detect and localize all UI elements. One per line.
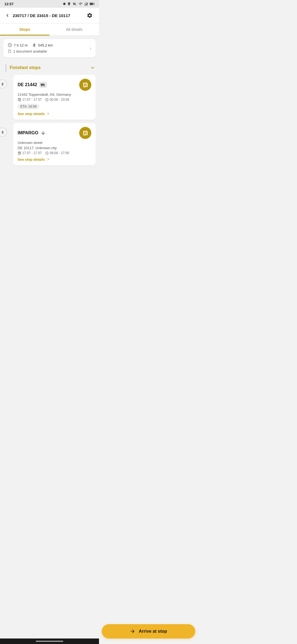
stop-3-map-button[interactable] <box>79 127 91 139</box>
status-dot <box>63 3 65 5</box>
time-icon <box>45 98 49 102</box>
stop-3-address2: DE 10117, Unknown city <box>18 146 91 150</box>
section-title: Finished stops <box>10 65 87 70</box>
finished-stops-header[interactable]: Finished stops <box>3 62 96 75</box>
stop-3-date: 17.07 - 17.07 <box>18 151 42 155</box>
stop-2-name-row: DE 21442 <box>18 82 47 88</box>
tab-stops[interactable]: Stops <box>0 23 50 36</box>
svg-rect-5 <box>90 3 93 4</box>
stop-2-number: 2 <box>0 79 7 89</box>
header-title: 230717 / DE 33415 - DE 10117 <box>13 13 85 18</box>
arrow-down-icon <box>40 130 46 136</box>
info-row-1: 7 h 12 m 545,2 km <box>8 43 53 47</box>
svg-rect-1 <box>85 4 86 6</box>
stop-3-container: 3 IMPARGO Unknown street DE 10117, Unkno… <box>3 123 96 165</box>
settings-button[interactable] <box>85 10 95 20</box>
stop-2-eta: ETA: 16:58 <box>18 104 39 109</box>
stop-3-time: 08:00 - 17:00 <box>45 151 69 155</box>
stop-2-see-details[interactable]: See stop details <box>18 111 91 116</box>
stop-2-date: 17.07 - 17.07 <box>18 98 42 102</box>
stop-3-address1: Unknown street <box>18 141 91 145</box>
distance-icon <box>32 43 37 47</box>
calendar-icon <box>18 98 21 102</box>
status-icons <box>63 2 95 6</box>
info-card[interactable]: 7 h 12 m 545,2 km 1 document available › <box>3 39 96 57</box>
see-details-chevron-2 <box>46 157 50 162</box>
signal-icon <box>84 2 88 6</box>
document-icon <box>8 49 12 53</box>
status-time: 12:57 <box>4 2 13 6</box>
info-card-left: 7 h 12 m 545,2 km 1 document available <box>8 43 53 53</box>
tab-all-details[interactable]: All details <box>50 23 99 36</box>
time-icon-2 <box>45 151 49 155</box>
chevron-down-icon <box>90 65 96 71</box>
stop-3-see-details[interactable]: See stop details <box>18 157 91 162</box>
stop-3-name-row: IMPARGO <box>18 130 46 136</box>
battery-icon <box>90 2 95 6</box>
see-details-chevron <box>46 111 50 116</box>
stop-2-header: DE 21442 <box>18 79 91 91</box>
svg-rect-6 <box>94 3 95 4</box>
wifi-icon <box>78 2 82 6</box>
stop-3-card: IMPARGO Unknown street DE 10117, Unknown… <box>13 123 96 165</box>
doc-item: 1 document available <box>8 49 53 53</box>
stop-3-name: IMPARGO <box>18 130 38 135</box>
stop-2-map-button[interactable] <box>79 79 91 91</box>
mute-icon <box>73 2 76 6</box>
stop-3-header: IMPARGO <box>18 127 91 139</box>
stop-2-type-icon <box>39 82 47 88</box>
section-line <box>6 64 6 72</box>
distance-item: 545,2 km <box>32 43 53 47</box>
main-content: 7 h 12 m 545,2 km 1 document available ›… <box>0 36 99 196</box>
distance-value: 545,2 km <box>38 43 53 47</box>
status-bar: 12:57 <box>0 0 99 8</box>
stop-2-meta: 17.07 - 17.07 00:00 - 23:59 <box>18 98 91 102</box>
stop-2-name: DE 21442 <box>18 82 37 87</box>
calendar-icon-2 <box>18 151 21 155</box>
duration-value: 7 h 12 m <box>14 43 28 47</box>
stop-2-container: 2 DE 21442 21442 Toppenstedt, K6, German… <box>3 75 96 120</box>
svg-rect-3 <box>87 3 87 6</box>
stop-2-address: 21442 Toppenstedt, K6, Germany <box>18 92 91 97</box>
duration-item: 7 h 12 m <box>8 43 28 47</box>
stop-3-number: 3 <box>0 127 7 137</box>
tabs: Stops All details <box>0 23 99 36</box>
clock-icon <box>8 43 12 47</box>
info-card-chevron: › <box>90 45 91 51</box>
svg-rect-0 <box>84 5 85 6</box>
stop-2-card: DE 21442 21442 Toppenstedt, K6, Germany … <box>13 75 96 120</box>
svg-rect-2 <box>86 4 87 5</box>
document-label: 1 document available <box>13 49 47 53</box>
header: 230717 / DE 33415 - DE 10117 <box>0 8 99 23</box>
location-icon <box>67 2 71 6</box>
stop-3-meta: 17.07 - 17.07 08:00 - 17:00 <box>18 151 91 155</box>
stop-2-time: 00:00 - 23:59 <box>45 98 69 102</box>
back-button[interactable] <box>4 12 10 18</box>
